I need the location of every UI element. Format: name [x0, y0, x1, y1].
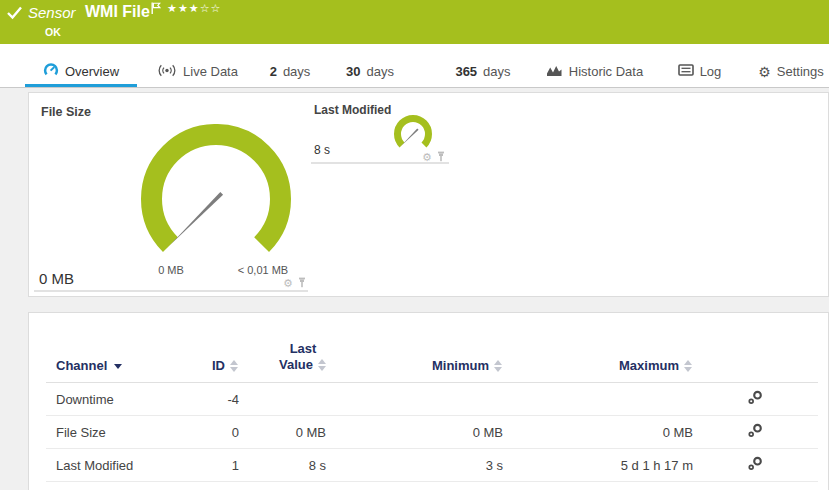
gauge-title-last-modified: Last Modified [314, 103, 391, 117]
gauge-icon [43, 62, 59, 81]
tab-bar: Overview Live Data 2 days 30 days 365 da… [0, 44, 829, 88]
channel-table-body: Downtime -4 File Size 0 0 MB 0 MB 0 MB [46, 383, 818, 482]
tab-label: Settings [777, 64, 824, 79]
sort-icon[interactable] [494, 360, 503, 372]
tab-number: 2 [270, 64, 277, 79]
active-tab-underline [25, 84, 137, 87]
header-channel[interactable]: Channel [46, 358, 196, 382]
status-ok-check-icon [7, 6, 23, 24]
tab-30-days[interactable]: 30 days [335, 44, 405, 87]
channel-settings-gears-icon[interactable] [693, 423, 818, 441]
header-id[interactable]: ID [196, 358, 239, 382]
tab-label: Overview [65, 64, 119, 79]
widget-divider [34, 290, 308, 292]
log-list-icon [678, 64, 694, 79]
channel-minimum: 0 MB [326, 425, 503, 440]
widget-divider [311, 162, 449, 164]
tab-2-days[interactable]: 2 days [255, 44, 325, 87]
tab-settings[interactable]: ⚙ Settings [753, 44, 829, 87]
gauge-scale-min: 0 MB [146, 264, 196, 276]
tab-label: days [283, 64, 310, 79]
table-row-downtime: Downtime -4 [46, 383, 818, 416]
tab-label: days [483, 64, 510, 79]
sort-icon[interactable] [230, 360, 239, 372]
last-modified-current-value: 8 s [314, 143, 330, 157]
channel-settings-gears-icon[interactable] [693, 456, 818, 474]
star-icon-filled[interactable]: ★ [189, 2, 200, 15]
channel-maximum: 5 d 1 h 17 m [503, 458, 693, 473]
channel-id: -4 [196, 392, 239, 407]
channel-minimum: 3 s [326, 458, 503, 473]
sort-icon[interactable] [684, 360, 693, 372]
table-row-last-modified: Last Modified 1 8 s 3 s 5 d 1 h 17 m [46, 449, 818, 482]
tab-label: Log [700, 64, 722, 79]
gear-icon: ⚙ [758, 65, 771, 79]
tab-historic-data[interactable]: Historic Data [542, 44, 647, 87]
header-maximum[interactable]: Maximum [503, 358, 693, 382]
file-size-current-value: 0 MB [39, 270, 74, 287]
channel-last-value: 0 MB [239, 425, 326, 440]
star-icon-filled[interactable]: ★ [167, 2, 178, 15]
live-broadcast-icon [157, 64, 177, 80]
channel-table-header: Channel ID Last Value Minimum Maximum [46, 313, 818, 383]
file-size-gauge [141, 124, 291, 274]
star-icon-empty[interactable]: ☆ [211, 2, 222, 15]
gauge-needle [169, 192, 223, 246]
tab-live-data[interactable]: Live Data [150, 44, 245, 87]
tab-label: Historic Data [569, 64, 643, 79]
priority-stars[interactable]: ★★★☆☆ [167, 2, 221, 15]
tab-number: 365 [455, 64, 477, 79]
channel-last-value: 8 s [239, 458, 326, 473]
tab-log[interactable]: Log [672, 44, 727, 87]
sensor-title: WMI File [85, 3, 150, 21]
area-chart-icon [546, 64, 563, 80]
tab-number: 30 [346, 64, 360, 79]
channel-settings-gears-icon[interactable] [693, 390, 818, 408]
gear-icon[interactable]: ⚙ [422, 152, 432, 163]
channels-panel: Channel ID Last Value Minimum Maximum Do… [28, 312, 829, 490]
gear-icon[interactable]: ⚙ [283, 278, 293, 289]
channel-name: Downtime [46, 392, 196, 407]
header-last-value[interactable]: Last Value [239, 341, 326, 383]
sensor-status-badge: OK [45, 26, 61, 38]
header-minimum[interactable]: Minimum [326, 358, 503, 382]
tab-label: days [367, 64, 394, 79]
priority-flag-icon [151, 1, 161, 19]
channel-id: 0 [196, 425, 239, 440]
tab-label: Live Data [183, 64, 238, 79]
tab-365-days[interactable]: 365 days [443, 44, 523, 87]
tab-overview[interactable]: Overview [25, 44, 137, 87]
channel-name: File Size [46, 425, 196, 440]
star-icon-empty[interactable]: ☆ [200, 2, 211, 15]
table-row-file-size: File Size 0 0 MB 0 MB 0 MB [46, 416, 818, 449]
channel-maximum: 0 MB [503, 425, 693, 440]
object-kind-label: Sensor [28, 4, 76, 21]
chevron-down-icon[interactable] [114, 364, 122, 369]
gauges-panel: File Size 0 MB < 0,01 MB 0 MB ⚙ Last Mod… [28, 92, 829, 297]
channel-name: Last Modified [46, 458, 196, 473]
sensor-header-bar: Sensor WMI File ★★★☆☆ OK [0, 0, 829, 44]
gauge-title-file-size: File Size [41, 105, 91, 119]
sort-icon[interactable] [318, 359, 327, 371]
channel-id: 1 [196, 458, 239, 473]
gauge-needle [401, 128, 419, 146]
star-icon-filled[interactable]: ★ [178, 2, 189, 15]
